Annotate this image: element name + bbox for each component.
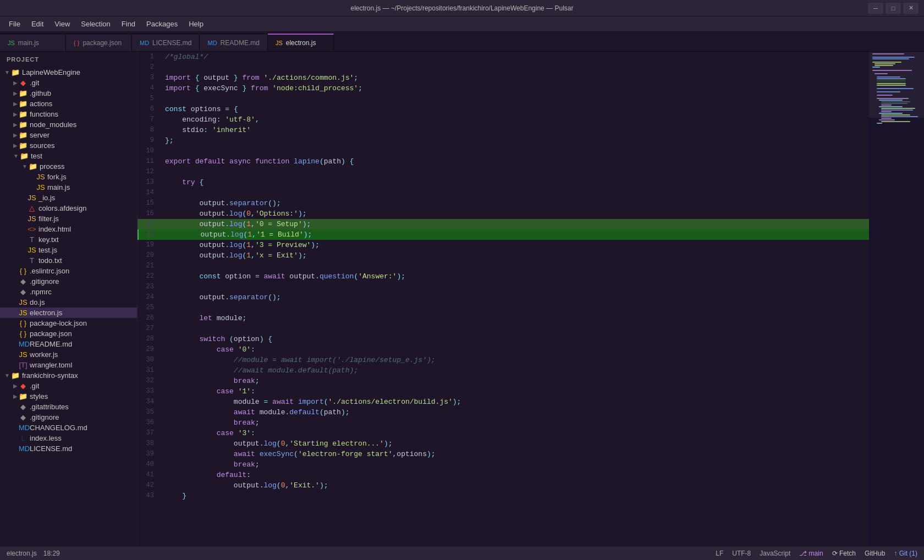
sidebar-item-gitattributes[interactable]: ▶ ◆ .gitattributes	[0, 402, 137, 412]
status-git-count[interactable]: ↑ Git (1)	[894, 550, 917, 557]
sidebar-item-lapinewebengine[interactable]: ▼ 📁 LapineWebEngine	[0, 67, 137, 78]
sidebar-item-git[interactable]: ▶ ◆ .git	[0, 78, 137, 88]
tab-electron-js[interactable]: JS electron.js	[268, 34, 334, 51]
code-line-29: 29 case '0':	[138, 344, 869, 355]
chevron-right-icon: ▶	[13, 142, 18, 149]
line-number: 28	[138, 334, 161, 344]
code-editor[interactable]: 1 /*global*/ 2 3 import { output } from …	[138, 52, 869, 546]
line-content: break;	[161, 376, 869, 386]
code-line-24: 24 output.separator();	[138, 292, 869, 303]
chevron-down-icon: ▼	[4, 69, 10, 75]
sidebar-item-test-js[interactable]: ▶ JS test.js	[0, 245, 137, 255]
status-fetch[interactable]: ⟳ Fetch	[832, 550, 856, 557]
menu-help[interactable]: Help	[184, 19, 208, 29]
sidebar-item-git2[interactable]: ▶ ◆ .git	[0, 381, 137, 391]
menu-edit[interactable]: Edit	[27, 19, 48, 29]
status-branch[interactable]: ⎇ main	[799, 550, 823, 557]
sidebar-item-colors-afdesign[interactable]: ▶ △ colors.afdesign	[0, 203, 137, 213]
sidebar-item-changelog-md[interactable]: ▶ MD CHANGELOG.md	[0, 422, 137, 433]
code-line-38: 38 output.log(0,'Starting electron...');	[138, 438, 869, 449]
sidebar-item-io-js[interactable]: ▶ JS _io.js	[0, 193, 137, 203]
line-number: 1	[138, 52, 161, 62]
minimap[interactable]	[869, 52, 924, 546]
status-language[interactable]: JavaScript	[760, 550, 790, 557]
tab-license-md[interactable]: MD LICENSE.md	[132, 34, 200, 51]
status-encoding[interactable]: UTF-8	[732, 550, 751, 557]
sidebar-item-do-js[interactable]: ▶ JS do.js	[0, 297, 137, 308]
sidebar-item-package-lock[interactable]: ▶ { } package-lock.json	[0, 318, 137, 328]
line-number: 36	[138, 418, 161, 428]
maximize-button[interactable]: □	[886, 3, 901, 14]
tab-package-json[interactable]: { } package.json	[66, 34, 132, 51]
sidebar-item-test[interactable]: ▼ 📁 test	[0, 151, 137, 161]
line-number: 37	[138, 428, 161, 438]
line-number: 25	[138, 303, 161, 313]
sidebar-item-todo-txt[interactable]: ▶ T todo.txt	[0, 255, 137, 266]
sidebar-item-wrangler-toml[interactable]: ▶ [T] wrangler.toml	[0, 360, 137, 370]
sidebar-item-electron-js[interactable]: ▶ JS electron.js	[0, 308, 137, 318]
code-line-6: 6 const options = {	[138, 104, 869, 114]
code-line-11: 11 export default async function lapine(…	[138, 156, 869, 167]
line-content: break;	[161, 418, 869, 428]
line-number: 42	[138, 480, 161, 491]
menu-file[interactable]: File	[4, 19, 25, 29]
menu-view[interactable]: View	[50, 19, 74, 29]
status-line-endings[interactable]: LF	[716, 550, 723, 557]
line-content: output.log(1,'3 = Preview');	[161, 240, 869, 250]
status-github[interactable]: GitHub	[865, 550, 885, 557]
tree-label: LICENSE.md	[30, 444, 72, 453]
code-line-26: 26 let module;	[138, 313, 869, 323]
statusbar-right: LF UTF-8 JavaScript ⎇ main ⟳ Fetch GitHu…	[716, 550, 917, 557]
line-number: 19	[138, 240, 161, 250]
code-line-18: 18 output.log(1,'1 = Build');	[138, 229, 869, 240]
sidebar-item-worker-js[interactable]: ▶ JS worker.js	[0, 349, 137, 360]
code-line-37: 37 case '3':	[138, 428, 869, 438]
close-button[interactable]: ✕	[903, 3, 919, 14]
code-line-16: 16 output.log(0,'Options:');	[138, 208, 869, 219]
sidebar-item-filter-js[interactable]: ▶ JS filter.js	[0, 213, 137, 224]
sidebar-item-github[interactable]: ▶ 📁 .github	[0, 88, 137, 98]
sidebar-item-node-modules[interactable]: ▶ 📁 node_modules	[0, 119, 137, 130]
line-content: let module;	[161, 313, 869, 323]
sidebar-item-index-html[interactable]: ▶ <> index.html	[0, 224, 137, 234]
tree-label: test	[31, 152, 42, 160]
sidebar-item-key-txt[interactable]: ▶ T key.txt	[0, 234, 137, 245]
sidebar-item-gitignore[interactable]: ▶ ◆ .gitignore	[0, 276, 137, 287]
js-file-icon: JS	[19, 350, 28, 359]
sidebar-item-fork-js[interactable]: ▶ JS fork.js	[0, 172, 137, 182]
tab-main-js[interactable]: JS main.js	[0, 34, 66, 51]
tab-readme-md[interactable]: MD README.md	[200, 34, 267, 51]
menu-find[interactable]: Find	[117, 19, 140, 29]
sidebar-item-npmrc[interactable]: ▶ ◆ .npmrc	[0, 287, 137, 297]
folder-icon: 📁	[20, 152, 29, 160]
line-content: import { output } from './actions/common…	[161, 73, 869, 83]
sidebar-item-sources[interactable]: ▶ 📁 sources	[0, 140, 137, 151]
code-line-9: 9 };	[138, 135, 869, 146]
menu-packages[interactable]: Packages	[142, 19, 182, 29]
code-line-4: 4 import { execSync } from 'node:child_p…	[138, 83, 869, 94]
sidebar-item-eslintrc[interactable]: ▶ { } .eslintrc.json	[0, 266, 137, 276]
sidebar-item-package-json[interactable]: ▶ { } package.json	[0, 328, 137, 339]
sidebar-item-process[interactable]: ▼ 📁 process	[0, 161, 137, 172]
sidebar-item-index-less[interactable]: ▶ L index.less	[0, 433, 137, 443]
menu-selection[interactable]: Selection	[76, 19, 114, 29]
line-number: 33	[138, 386, 161, 397]
tree-label: .gitignore	[30, 413, 59, 421]
sidebar-item-actions[interactable]: ▶ 📁 actions	[0, 98, 137, 109]
js-file-icon: JS	[19, 298, 28, 306]
status-position[interactable]: 18:29	[43, 550, 60, 557]
folder-icon: 📁	[19, 120, 28, 129]
line-content: };	[161, 135, 869, 146]
sidebar-item-readme-md[interactable]: ▶ MD README.md	[0, 339, 137, 349]
sidebar-item-frankichiro-syntax[interactable]: ▼ 📁 frankichiro-syntax	[0, 370, 137, 381]
sidebar-item-functions[interactable]: ▶ 📁 functions	[0, 109, 137, 119]
line-number: 31	[138, 365, 161, 376]
sidebar-item-gitignore2[interactable]: ▶ ◆ .gitignore	[0, 412, 137, 422]
status-filename[interactable]: electron.js	[7, 550, 37, 557]
sidebar-item-server[interactable]: ▶ 📁 server	[0, 130, 137, 140]
minimize-button[interactable]: ─	[868, 3, 883, 14]
sidebar-item-main-js[interactable]: ▶ JS main.js	[0, 182, 137, 193]
sidebar-item-styles[interactable]: ▶ 📁 styles	[0, 391, 137, 402]
sidebar-item-license-md[interactable]: ▶ MD LICENSE.md	[0, 443, 137, 454]
line-content: switch (option) {	[161, 334, 869, 344]
